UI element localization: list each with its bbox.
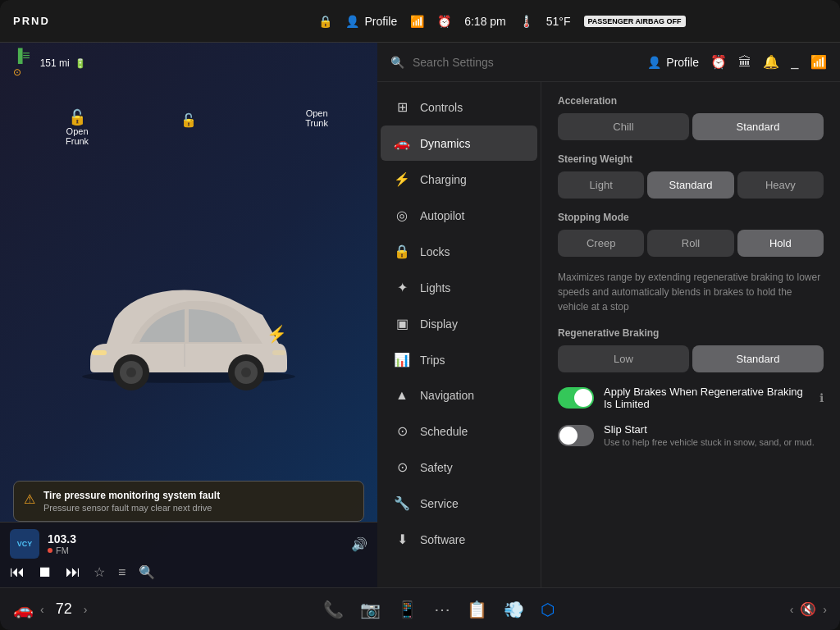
settings-nav: ⊞ Controls 🚗 Dynamics ⚡ Charging ◎ Autop…	[377, 82, 541, 587]
equalizer-button[interactable]: ≡	[118, 565, 126, 580]
app-bottom-icon[interactable]: 📱	[397, 600, 418, 619]
search-bar-right: 👤 Profile ⏰ 🏛 🔔 ⎯ 📶	[647, 54, 827, 70]
temperature-control: ‹ 72 ›	[40, 600, 87, 618]
steering-light-button[interactable]: Light	[558, 171, 644, 199]
autopilot-icon: ◎	[394, 208, 410, 223]
volume-icon[interactable]: 🔊	[351, 536, 368, 552]
settings-content: ⊞ Controls 🚗 Dynamics ⚡ Charging ◎ Autop…	[377, 82, 840, 587]
acceleration-group: Chill Standard	[558, 113, 824, 140]
regen-low-button[interactable]: Low	[558, 345, 689, 372]
alert-content: Tire pressure monitoring system fault Pr…	[43, 490, 220, 513]
temp-increase-button[interactable]: ›	[84, 603, 88, 616]
stop-creep-button[interactable]: Creep	[558, 230, 644, 257]
display-icon: ▣	[394, 316, 410, 331]
slip-start-subtitle: Use to help free vehicle stuck in snow, …	[604, 437, 824, 447]
profile-header-button[interactable]: 👤 Profile	[647, 56, 699, 69]
search-media-button[interactable]: 🔍	[139, 564, 155, 580]
accel-chill-button[interactable]: Chill	[558, 113, 689, 140]
mute-icon[interactable]: 🔇	[800, 601, 816, 617]
display-label: Display	[420, 317, 458, 331]
search-bar: 🔍 👤 Profile ⏰ 🏛 🔔 ⎯ 📶	[377, 43, 840, 82]
vol-next-button[interactable]: ›	[823, 603, 827, 616]
bottom-center: 📞 📷 📱 ⋯ 📋 💨 ⬡	[323, 600, 555, 619]
next-track-button[interactable]: ⏭	[66, 564, 80, 581]
station-frequency: 103.3	[48, 532, 343, 546]
profile-label: Profile	[364, 15, 397, 28]
alert-box: ⚠ Tire pressure monitoring system fault …	[13, 481, 364, 522]
nav-safety[interactable]: ⊙ Safety	[381, 450, 537, 485]
apply-brakes-toggle[interactable]	[558, 387, 594, 409]
regen-standard-button[interactable]: Standard	[692, 345, 824, 372]
search-icon: 🔍	[390, 56, 404, 69]
phone-bottom-icon[interactable]: 📞	[323, 600, 344, 619]
software-label: Software	[420, 533, 465, 546]
service-label: Service	[420, 497, 459, 510]
station-info: 103.3 FM	[48, 532, 343, 555]
nav-autopilot[interactable]: ◎ Autopilot	[381, 198, 537, 233]
nav-locks[interactable]: 🔒 Locks	[381, 234, 537, 269]
nav-schedule[interactable]: ⊙ Schedule	[381, 413, 537, 449]
nav-display[interactable]: ▣ Display	[381, 306, 537, 341]
bottom-right: ‹ 🔇 ›	[790, 601, 827, 617]
nav-software[interactable]: ⬇ Software	[381, 522, 537, 557]
car-bottom-icon[interactable]: 🚗	[13, 600, 34, 619]
charging-icon: ⚡	[394, 171, 410, 187]
wifi-header-icon[interactable]: 📶	[810, 54, 827, 70]
stop-button[interactable]: ⏹	[38, 564, 52, 581]
bell-header-icon[interactable]: 🔔	[763, 54, 779, 70]
alert-icon: ⚠	[24, 491, 35, 507]
vol-prev-button[interactable]: ‹	[790, 603, 794, 616]
nav-dynamics[interactable]: 🚗 Dynamics	[381, 126, 537, 161]
slip-start-toggle[interactable]	[558, 425, 594, 446]
service-icon: 🔧	[394, 495, 410, 511]
more-bottom-icon[interactable]: ⋯	[434, 600, 450, 619]
temp-decrease-button[interactable]: ‹	[40, 603, 44, 616]
schedule-label: Schedule	[420, 425, 468, 438]
nav-controls[interactable]: ⊞ Controls	[381, 89, 537, 125]
favorite-button[interactable]: ☆	[94, 564, 105, 580]
station-type: FM	[48, 546, 343, 555]
lock-header-icon[interactable]: 🏛	[738, 55, 751, 70]
volume-control: ‹ 🔇 ›	[790, 601, 827, 617]
lock-status-icon: 🔒	[318, 15, 332, 28]
search-input[interactable]	[413, 56, 639, 69]
lights-icon: ✦	[394, 280, 410, 295]
radio-dot	[48, 548, 52, 553]
passenger-badge: PASSENGER AIRBAG OFF	[584, 16, 686, 27]
open-trunk-button[interactable]: Open Trunk	[305, 108, 328, 128]
bluetooth-bottom-icon[interactable]: ⬡	[541, 600, 555, 619]
prev-track-button[interactable]: ⏮	[10, 564, 25, 581]
right-panel: 🔍 👤 Profile ⏰ 🏛 🔔 ⎯ 📶	[377, 43, 840, 587]
stop-hold-button[interactable]: Hold	[737, 230, 824, 257]
alarm-icon: ⏰	[437, 15, 451, 28]
steering-standard-button[interactable]: Standard	[647, 171, 733, 199]
stop-roll-button[interactable]: Roll	[647, 230, 733, 257]
nav-trips[interactable]: 📊 Trips	[381, 342, 537, 377]
alert-title: Tire pressure monitoring system fault	[43, 490, 220, 501]
svg-text:⚡: ⚡	[267, 324, 287, 344]
tire-icon: ⊙	[13, 66, 30, 78]
profile-button[interactable]: 👤 Profile	[345, 15, 397, 28]
apply-brakes-title: Apply Brakes When Regenerative Braking I…	[604, 386, 810, 410]
accel-standard-button[interactable]: Standard	[692, 113, 824, 140]
camera-bottom-icon[interactable]: 📷	[360, 600, 381, 619]
nav-service[interactable]: 🔧 Service	[381, 486, 537, 521]
bluetooth-header-icon[interactable]: ⎯	[791, 55, 799, 70]
alarm-header-icon[interactable]: ⏰	[710, 54, 727, 70]
range-value: 151 mi	[40, 57, 70, 69]
fan-bottom-icon[interactable]: 💨	[504, 600, 524, 619]
nav-charging[interactable]: ⚡ Charging	[381, 162, 537, 197]
svg-rect-8	[92, 350, 107, 355]
apply-brakes-row: Apply Brakes When Regenerative Braking I…	[558, 386, 824, 410]
temp-display: 51°F	[546, 15, 571, 28]
list-bottom-icon[interactable]: 📋	[467, 600, 487, 619]
apply-brakes-info-icon[interactable]: ℹ	[819, 391, 824, 404]
nav-navigation[interactable]: ▲ Navigation	[381, 378, 537, 413]
open-frunk-button[interactable]: 🔓 Open Frunk	[66, 108, 89, 146]
nav-lights[interactable]: ✦ Lights	[381, 270, 537, 305]
temperature-value: 72	[51, 600, 77, 618]
steering-heavy-button[interactable]: Heavy	[737, 171, 824, 199]
stopping-mode-label: Stopping Mode	[558, 212, 824, 223]
top-bar-center: 🔒 👤 Profile 📶 ⏰ 6:18 pm 🌡️ 51°F PASSENGE…	[177, 15, 827, 28]
slip-start-knob	[559, 427, 578, 445]
